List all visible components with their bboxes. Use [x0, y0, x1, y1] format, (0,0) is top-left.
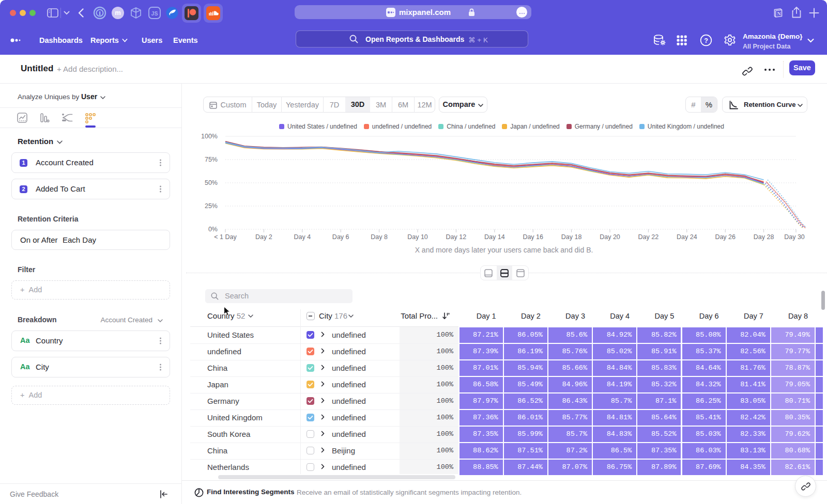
svg-text:Day 16: Day 16	[523, 233, 543, 241]
svg-text:Day 26: Day 26	[715, 233, 736, 241]
svg-text:Day 24: Day 24	[677, 233, 697, 241]
svg-text:Day 12: Day 12	[446, 233, 467, 241]
svg-text:25%: 25%	[205, 202, 218, 210]
svg-text:N: N	[777, 11, 781, 17]
svg-text:Day 6: Day 6	[332, 233, 349, 241]
svg-text:100%: 100%	[201, 133, 218, 140]
svg-text:Day 30: Day 30	[784, 233, 805, 241]
svg-text:0%: 0%	[208, 226, 218, 233]
svg-text:50%: 50%	[205, 179, 218, 186]
svg-text:Day 2: Day 2	[255, 233, 272, 241]
svg-text:?: ?	[704, 37, 708, 44]
svg-text:Day 28: Day 28	[754, 233, 774, 241]
svg-text:Day 14: Day 14	[484, 233, 505, 241]
svg-text:Day 8: Day 8	[371, 233, 388, 241]
svg-text:Day 4: Day 4	[294, 233, 311, 241]
svg-text:Day 22: Day 22	[638, 233, 659, 241]
svg-text:Day 18: Day 18	[561, 233, 582, 241]
svg-text:< 1 Day: < 1 Day	[214, 233, 237, 241]
svg-text:JS: JS	[151, 10, 158, 17]
svg-text:Day 20: Day 20	[600, 233, 620, 241]
svg-text:Day 10: Day 10	[407, 233, 428, 241]
svg-text:75%: 75%	[205, 156, 218, 163]
